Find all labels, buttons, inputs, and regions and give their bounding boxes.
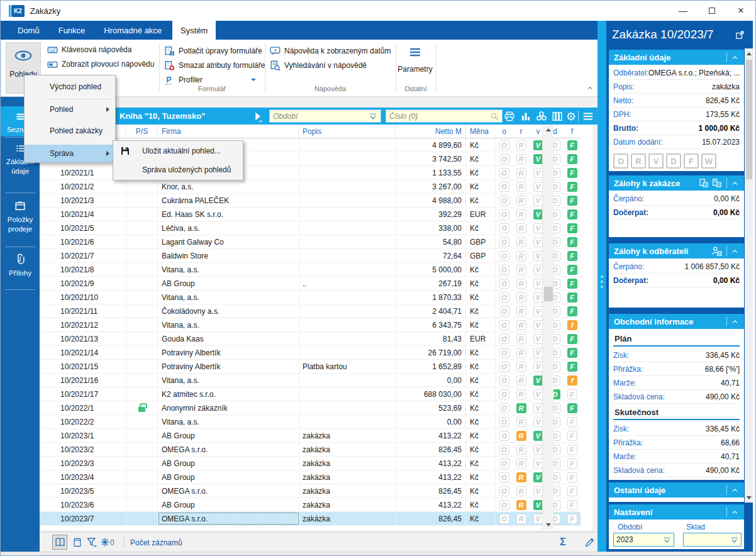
help-displayed-data-item[interactable]: Nápověda k zobrazeným datům [270,45,391,57]
ribbon-collapse-icon[interactable] [586,85,594,91]
collapse-icon[interactable] [731,487,739,494]
section-header[interactable]: Ostatní údaje [609,482,744,498]
table-row[interactable]: 10/2023/4 AB Group zakázka 413,22 Kč O R… [40,470,581,484]
edit-button[interactable] [582,535,597,550]
collapse-icon[interactable] [731,248,739,255]
chevron-dots-icon[interactable] [663,536,671,544]
suppress-form-edits-item[interactable]: Potlačit úpravy formuláře [164,45,262,57]
table-row[interactable]: 10/2021/13 Gouda Kaas 81,43 EUR O R V D … [40,332,581,346]
table-row[interactable]: 10/2023/3 AB Group zakázka 413,22 Kč O R… [40,457,581,470]
scroll-up-icon[interactable] [745,48,753,58]
col-popis[interactable]: Popis [299,125,396,138]
submenu-item-ulozit-pohled[interactable]: Uložit aktuální pohled... [113,142,243,160]
col-flag-o[interactable]: o [496,125,513,138]
collapse-icon[interactable] [731,509,739,516]
scrollbar-thumb[interactable] [746,60,752,179]
menu-item-pohled[interactable]: Pohled [25,101,115,118]
period-select[interactable]: 2023 [613,533,674,547]
maximize-button[interactable] [698,1,726,21]
collapse-icon[interactable] [731,180,739,187]
col-firma[interactable]: Firma [158,125,299,138]
table-menu-icon[interactable] [582,111,594,122]
table-row[interactable]: 10/2022/2 Vitana, a.s. 0,00 Kč O R V D F [40,415,581,429]
table-row[interactable]: 10/2021/17 K2 atmitec s.r.o. 688 030,00 … [40,387,581,401]
section-header[interactable]: Základní údaje [609,50,744,65]
table-row[interactable]: 10/2021/14 Potraviny Albertík 26 719,00 … [40,346,581,360]
table-row[interactable]: 10/2021/12 Vitana, a.s. 6 343,75 Kč O R … [40,318,581,332]
table-row[interactable]: 10/2021/6 Lagant Galway Co 54,80 GBP O R… [40,235,581,249]
profiler-item[interactable]: Profiler [164,74,203,86]
delete-form-attributes-item[interactable]: Smazat atributy formuláře [164,59,265,72]
table-row[interactable]: 10/2021/2 Knor, a.s. 3 267,00 Kč O R V D… [40,180,581,194]
table-row[interactable]: 10/2021/7 Baldwin Store 72,64 GBP O R V … [40,249,581,263]
panel-scrollbar[interactable] [745,48,753,503]
table-row[interactable]: 10/2023/1 AB Group zakázka 413,22 Kč O R… [40,429,581,443]
external-link-icon[interactable] [735,30,745,40]
chevron-dots-icon[interactable] [730,536,738,544]
floating-help-item[interactable]: Zobrazit plovoucí nápovědu [47,58,154,70]
table-row[interactable]: 10/2021/10 Vitana, a.s. 1 870,33 Kč O R … [40,291,581,304]
gear-icon[interactable] [565,111,577,122]
scrollbar-thumb[interactable] [544,287,553,301]
scroll-down-icon[interactable] [745,492,753,503]
advance-docs-icon[interactable] [712,178,722,188]
ribbon-tab[interactable]: Funkce [50,21,94,40]
columns-icon[interactable] [552,111,563,122]
minimize-button[interactable]: — [669,1,698,21]
customer-doc-icon[interactable] [711,246,722,257]
menu-item-pohled-zakazky[interactable]: Pohled zakázky [25,122,115,140]
filter-button[interactable] [85,535,99,550]
chevron-dots-icon[interactable] [369,112,377,121]
section-header[interactable]: Nastavení [609,504,744,520]
print-icon[interactable] [504,111,515,122]
period-filter-input[interactable]: Období [269,109,381,123]
parameters-button[interactable]: Parametry [397,41,433,82]
table-row[interactable]: 10/2021/4 Ed. Haas SK s.r.o. 392,29 EUR … [40,208,581,221]
warehouse-select[interactable] [683,533,742,547]
close-button[interactable]: × [726,1,755,21]
ribbon-tab[interactable]: Domů [9,21,48,40]
book-view-button[interactable] [52,535,67,550]
col-netto[interactable]: Netto M [396,125,466,138]
table-row[interactable]: 10/2021/16 Vitana, a.s. 0,00 Kč O R V D … [40,374,581,387]
table-row[interactable]: 10/2021/5 Léčiva, a.s. 338,00 Kč O R V D… [40,221,581,235]
chart-icon[interactable] [520,111,531,122]
sum-button[interactable]: Σ [555,535,570,550]
table-row[interactable]: 10/2023/6 AB Group zakázka 413,22 Kč O R… [40,498,581,512]
table-scrollbar[interactable] [542,125,553,530]
table-row[interactable]: 10/2023/7 OMEGA s.r.o. zakázka 826,45 Kč… [40,512,581,526]
panel-splitter[interactable] [598,21,606,552]
menu-item-vychozi-pohled[interactable]: Výchozí pohled [25,78,115,96]
col-mena[interactable]: Měna [466,125,496,138]
table-row[interactable]: 10/2022/1 Anonymní zákazník 523,69 Kč O … [40,401,581,415]
book-next-icon[interactable] [254,111,262,122]
scroll-down-icon[interactable] [543,520,554,530]
table-row[interactable]: 10/2021/15 Potraviny Albertík Platba kar… [40,360,581,374]
table-row[interactable]: 10/2021/8 Vitana, a.s. 5 000,00 Kč O R V… [40,263,581,277]
col-ps[interactable]: P/S [126,125,158,138]
collapse-icon[interactable] [731,54,739,61]
sidebar-tab-polozky-prodeje[interactable]: Položky prodeje [1,199,40,247]
table-row[interactable]: 10/2023/5 OMEGA s.r.o. zakázka 826,45 Kč… [40,484,581,498]
advance-doc-icon[interactable] [699,178,709,188]
table-row[interactable]: 10/2021/11 Čokoládovny a.s. 2 404,71 Kč … [40,304,581,318]
collapse-icon[interactable] [731,318,739,325]
freeze-button[interactable] [99,535,111,550]
table-row[interactable]: 10/2023/2 OMEGA s.r.o. zakázka 826,45 Kč… [40,443,581,457]
submenu-item-sprava-pohledu[interactable]: Správa uložených pohledů [113,161,243,179]
help-search-item[interactable]: Vyhledávání v nápovědě [270,59,367,72]
menu-item-sprava[interactable]: Správa [25,145,115,162]
section-header[interactable]: Zálohy k odběrateli [609,243,744,259]
scroll-up-icon[interactable] [543,125,554,135]
keyboard-help-item[interactable]: Klávesová nápověda [47,43,131,56]
table-row[interactable]: 10/2021/9 AB Group .. 267,19 Kč O R V D … [40,277,581,291]
book-title[interactable]: Kniha "10, Tuzemsko" [120,111,205,121]
number-search-input[interactable]: Číslo (0) [386,109,503,123]
col-flag-r[interactable]: r [513,125,530,138]
section-header[interactable]: Zálohy k zakázce [609,175,744,191]
table-row[interactable]: 10/2021/3 Cukrárna PALEČEK 4 988,00 Kč O… [40,194,581,208]
form-group-dropdown-icon[interactable] [251,79,256,81]
card-view-button[interactable] [70,535,84,550]
sidebar-tab-prilohy[interactable]: Přílohy [1,252,40,287]
ribbon-tab[interactable]: Hromadné akce [96,21,170,40]
